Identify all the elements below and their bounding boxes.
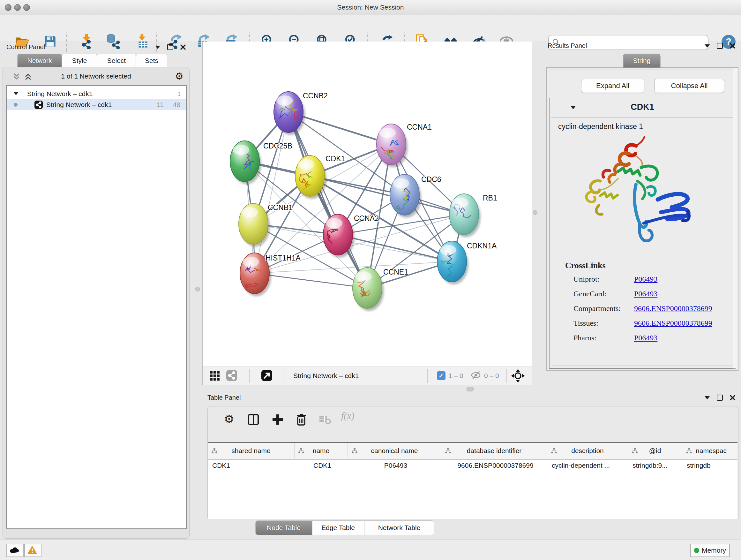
memory-button[interactable]: Memory <box>690 544 730 557</box>
column-header-description[interactable]: description <box>547 443 628 458</box>
node-table[interactable]: shared namenamecanonical namedatabase id… <box>208 442 738 519</box>
tab-string[interactable]: String <box>623 54 661 68</box>
close-panel-icon[interactable] <box>180 44 186 50</box>
node-label-CCNE1: CCNE1 <box>383 268 408 276</box>
collection-expand-icon[interactable] <box>14 92 18 95</box>
cell-name: CDK1 <box>299 462 346 471</box>
right-splitter-handle[interactable] <box>533 210 537 215</box>
node-table-box: ⚙f(x) shared namenamecanonical namedatab… <box>207 406 738 518</box>
crosslink-link[interactable]: P06493 <box>634 275 657 284</box>
tab-select[interactable]: Select <box>97 54 136 67</box>
crosslink-link[interactable]: P06493 <box>634 334 657 342</box>
network-list: String Network – cdk1 1 String Network –… <box>6 85 187 529</box>
network-collection-row[interactable]: String Network – cdk1 1 <box>7 88 186 99</box>
close-window-icon[interactable] <box>5 4 11 11</box>
collection-label: String Network – cdk1 <box>27 88 92 99</box>
network-row-label: String Network – cdk1 <box>46 99 112 110</box>
left-splitter-handle[interactable] <box>195 287 200 292</box>
network-node-count: 11 <box>157 99 164 110</box>
node-label-RB1: RB1 <box>483 194 497 202</box>
hidden-count: 0 – 0 <box>484 369 499 382</box>
crosslink-row: Tissues:9606.ENSP00000378699 <box>574 319 727 334</box>
table-panel-title: Table Panel <box>207 394 241 401</box>
network-row-selected[interactable]: String Network – cdk1 11 48 <box>7 99 186 110</box>
toolbar-separator <box>427 369 428 383</box>
fit-selected-crosshair-icon[interactable] <box>511 369 525 383</box>
network-edge-count: 48 <box>173 99 180 110</box>
tab-network[interactable]: Network <box>17 54 62 67</box>
bottom-splitter-handle[interactable] <box>467 387 474 391</box>
string-network-graph[interactable]: CCNB2CCNA1CDC25BCDK1CDC6RB1CCNB1CCNA2CDK… <box>203 42 532 367</box>
column-header-namespac[interactable]: namespac <box>682 443 740 458</box>
panel-menu-icon[interactable] <box>704 44 710 48</box>
gear-icon[interactable]: ⚙ <box>222 412 237 427</box>
crosslink-row: GeneCard:P06493 <box>574 290 727 304</box>
grid-view-icon[interactable] <box>209 369 221 381</box>
cloud-button[interactable] <box>6 544 23 557</box>
column-header-@id[interactable]: @id <box>628 443 682 458</box>
column-header-database-identifier[interactable]: database identifier <box>441 443 547 458</box>
zoom-window-icon[interactable] <box>23 4 30 11</box>
column-header-name[interactable]: name <box>294 443 348 458</box>
add-column-icon[interactable] <box>270 412 285 427</box>
node-CCNE1[interactable] <box>353 267 384 311</box>
edge-CCNA2-CDKN1A[interactable] <box>338 235 452 261</box>
selected-count: 1 – 0 <box>448 369 463 382</box>
crosslink-link[interactable]: P06493 <box>634 290 657 298</box>
results-scrollbar[interactable] <box>733 68 737 368</box>
panel-menu-icon[interactable] <box>704 396 710 399</box>
edge-CCNB2-HIST1H1A[interactable] <box>255 112 288 273</box>
crosslinks-title: CrossLinks <box>565 261 606 270</box>
delete-table-icon[interactable] <box>318 412 332 427</box>
float-panel-icon[interactable] <box>717 43 723 49</box>
node-label-CCNA1: CCNA1 <box>407 123 432 131</box>
results-actions: Expand All Collapse All <box>549 70 735 97</box>
node-CCNA2[interactable] <box>323 214 354 258</box>
close-panel-icon[interactable] <box>730 395 735 400</box>
crosslink-label: GeneCard: <box>574 290 607 298</box>
panel-menu-icon[interactable] <box>155 46 160 49</box>
node-CCNB1[interactable] <box>239 203 270 247</box>
column-header-canonical-name[interactable]: canonical name <box>348 443 441 458</box>
network-view-icon[interactable] <box>226 369 238 381</box>
window-title: Session: New Session <box>0 0 741 15</box>
protein-description: cyclin-dependent kinase 1 <box>558 122 643 131</box>
node-CCNB2[interactable] <box>274 91 305 135</box>
network-selection-status: 1 of 1 Network selected <box>3 72 189 80</box>
tab-node-table[interactable]: Node Table <box>255 520 312 535</box>
node-RB1[interactable] <box>449 194 481 237</box>
network-options-gear-icon[interactable]: ⚙ <box>175 71 184 82</box>
float-panel-icon[interactable] <box>717 395 723 401</box>
expand-all-button[interactable]: Expand All <box>581 79 644 93</box>
columns-icon[interactable] <box>246 412 261 427</box>
toolbar-separator <box>283 369 283 383</box>
protein-section-header[interactable]: CDK1 <box>549 98 735 118</box>
tab-style[interactable]: Style <box>62 54 97 67</box>
node-label-CDC25B: CDC25B <box>263 142 292 150</box>
node-CDC6[interactable] <box>390 174 421 218</box>
delete-icon[interactable] <box>294 412 309 427</box>
network-view-canvas[interactable]: CCNB2CCNA1CDC25BCDK1CDC6RB1CCNB1CCNA2CDK… <box>202 42 532 367</box>
cell-namespac: stringdb <box>687 462 738 471</box>
node-label-CCNB1: CCNB1 <box>268 203 293 212</box>
crosslink-link[interactable]: 9606.ENSP00000378699 <box>634 319 712 327</box>
tab-network-table[interactable]: Network Table <box>364 520 434 535</box>
birds-eye-view-icon[interactable] <box>261 369 273 381</box>
node-CDKN1A[interactable] <box>437 241 468 285</box>
float-panel-icon[interactable] <box>167 44 173 50</box>
collapse-all-button[interactable]: Collapse All <box>655 79 724 93</box>
crosslink-link[interactable]: 9606.ENSP00000378699 <box>634 304 712 313</box>
column-header-shared-name[interactable]: shared name <box>208 443 294 458</box>
minimize-window-icon[interactable] <box>14 4 21 11</box>
selected-indicator-checkbox[interactable]: ✓ <box>437 371 446 380</box>
edge-CCNE1-HIST1H1A[interactable] <box>255 273 367 288</box>
node-label-CDC6: CDC6 <box>421 175 441 184</box>
tab-sets[interactable]: Sets <box>136 54 167 67</box>
tab-edge-table[interactable]: Edge Table <box>312 520 364 535</box>
warnings-button[interactable] <box>24 544 42 557</box>
function-icon[interactable]: f(x) <box>341 410 367 425</box>
current-network-dot-icon <box>14 103 17 107</box>
crosslink-label: Tissues: <box>574 319 598 327</box>
network-icon <box>34 100 43 109</box>
close-panel-icon[interactable] <box>730 43 735 49</box>
